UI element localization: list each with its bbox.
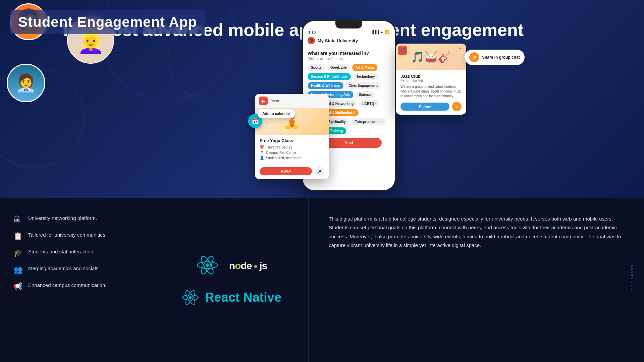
jazz-card-overlay-icon: 🎵 xyxy=(398,46,407,55)
app-title: Student Engagement App xyxy=(18,14,197,30)
add-calendar-bubble: Add to calendar xyxy=(258,109,295,118)
event-date: 📅 Thursday, Sep 12 xyxy=(260,145,324,149)
interest-tech[interactable]: Technology xyxy=(353,73,378,80)
interest-service[interactable]: Service & Philanthropy xyxy=(308,73,351,80)
phone-header-title: My State University xyxy=(318,38,358,43)
event-organizer-text: Student Activities Board xyxy=(266,156,302,160)
tailored-icon: 📋 xyxy=(13,232,23,241)
person-icon: 👤 xyxy=(260,156,264,160)
music-illustration: 🎵🥁🎸 xyxy=(411,51,451,63)
feature-interaction: 🎓 Students and staff interaction. xyxy=(13,248,141,257)
event-actions: RSVP ↗ xyxy=(255,165,329,179)
feature-merging-text: Merging academics and socials. xyxy=(28,265,100,272)
react-native-logo xyxy=(181,288,200,307)
location-icon: 📍 xyxy=(260,150,264,155)
bottom-section: 🏛 University networking platform. 📋 Tail… xyxy=(0,198,644,362)
event-options-icon[interactable]: ··· xyxy=(320,98,325,104)
interest-entrepreneurship[interactable]: Entrepreneurship xyxy=(351,118,386,125)
interest-health[interactable]: Health & Wellness xyxy=(308,82,343,89)
phone-header: 🎓 My State University xyxy=(303,34,395,47)
networking-icon: 🏛 xyxy=(13,215,23,224)
interest-science[interactable]: Science xyxy=(356,91,375,98)
feature-merging: 👥 Merging academics and socials. xyxy=(13,265,141,274)
tech-column: node js React Native xyxy=(154,198,309,362)
title-badge: Student Engagement App xyxy=(10,10,205,34)
interest-civic[interactable]: Civic Engagement xyxy=(345,82,381,89)
interest-lgbtq[interactable]: LGBTQ+ xyxy=(359,100,379,107)
event-card-header: ▶ Event ··· xyxy=(255,94,329,108)
react-native-text: React Native xyxy=(205,290,281,305)
add-calendar-text: Add to calendar xyxy=(262,112,290,116)
event-share-button[interactable]: ↗ xyxy=(315,167,324,176)
event-title: Free Yoga Class xyxy=(260,138,324,143)
interest-greek[interactable]: Greek Life xyxy=(327,64,350,71)
description-text: This digital platform is a hub for colle… xyxy=(329,215,624,250)
event-card: ▶ Event ··· 🧘 Free Yoga Class 📅 Thursday… xyxy=(255,94,329,179)
feature-networking: 🏛 University networking platform. xyxy=(13,215,141,224)
jazz-card-body: Jazz Club Performing Arts We are a group… xyxy=(396,70,466,115)
phone-signal: ▐▐▐ ▲ 📶 xyxy=(371,30,389,34)
rsvp-button[interactable]: RSVP xyxy=(260,167,312,175)
features-column: 🏛 University networking platform. 📋 Tail… xyxy=(0,198,154,362)
event-organizer: 👤 Student Activities Board xyxy=(260,156,324,160)
jazz-club-subtitle: Performing Arts xyxy=(400,79,462,82)
follow-button[interactable]: Follow xyxy=(400,103,449,111)
event-card-body: Free Yoga Class 📅 Thursday, Sep 12 📍 Cam… xyxy=(255,135,329,165)
feature-interaction-text: Students and staff interaction. xyxy=(28,248,95,255)
phone-subtext: Choose at least 2 areas. xyxy=(308,57,390,61)
top-section: 👩 👱‍♀️ 🧑‍💼 Student Engagement App The mo… xyxy=(0,0,644,198)
university-icon: 🎓 xyxy=(308,37,315,44)
event-card-icon: ▶ xyxy=(259,97,268,105)
tech-row-1: node js xyxy=(196,253,267,278)
jazz-actions: Follow ↗ xyxy=(400,102,462,111)
event-card-label: Event xyxy=(270,99,320,103)
event-location-text: Campus Rec Center xyxy=(266,151,297,155)
react-native-row: React Native xyxy=(181,288,281,307)
interest-sports[interactable]: Sports xyxy=(308,64,325,71)
phone-question: What are you interested in? xyxy=(308,51,390,56)
description-column: This digital platform is a hub for colle… xyxy=(309,198,644,362)
event-location: 📍 Campus Rec Center xyxy=(260,150,324,155)
avatar-3: 🧑‍💼 xyxy=(7,64,45,102)
feature-communication-text: Enhanced campus communication. xyxy=(28,282,106,289)
phone-status: 1:10 ▐▐▐ ▲ 📶 xyxy=(303,28,395,34)
feature-networking-text: University networking platform. xyxy=(28,215,97,222)
phone-notch xyxy=(335,21,362,28)
jazz-club-title: Jazz Club xyxy=(400,74,462,79)
share-chat-icon: ↗ xyxy=(469,52,479,62)
svg-point-4 xyxy=(189,296,192,299)
phone-time: 1:10 xyxy=(308,30,316,34)
jazz-card: 🎵🥁🎸 🎵 ··· Jazz Club Performing Arts We a… xyxy=(396,44,466,115)
jazz-share-button[interactable]: ↗ xyxy=(452,102,462,111)
calendar-icon: 📅 xyxy=(260,145,264,149)
jazz-card-options-icon[interactable]: ··· xyxy=(459,46,463,52)
share-group-chat-badge: ↗ Share in group chat xyxy=(465,50,525,65)
interest-artmedia[interactable]: Art & Media xyxy=(352,64,378,71)
feature-tailored: 📋 Tailored for university communities. xyxy=(13,231,141,241)
react-logo xyxy=(196,253,219,278)
feature-tailored-text: Tailored for university communities. xyxy=(28,231,107,238)
jazz-club-description: We are a group of dedicated students who… xyxy=(400,84,462,99)
share-chat-text: Share in group chat xyxy=(482,55,520,60)
side-label: codemotion xyxy=(631,265,635,295)
interaction-icon: 🎓 xyxy=(13,249,23,257)
jazz-card-image: 🎵🥁🎸 🎵 ··· xyxy=(396,44,466,70)
event-date-text: Thursday, Sep 12 xyxy=(266,145,292,149)
feature-communication: 📢 Enhanced campus communication. xyxy=(13,282,141,291)
svg-point-0 xyxy=(206,263,209,267)
communication-icon: 📢 xyxy=(13,282,23,291)
nodejs-logo: node js xyxy=(229,260,267,272)
merging-icon: 👥 xyxy=(13,265,23,274)
